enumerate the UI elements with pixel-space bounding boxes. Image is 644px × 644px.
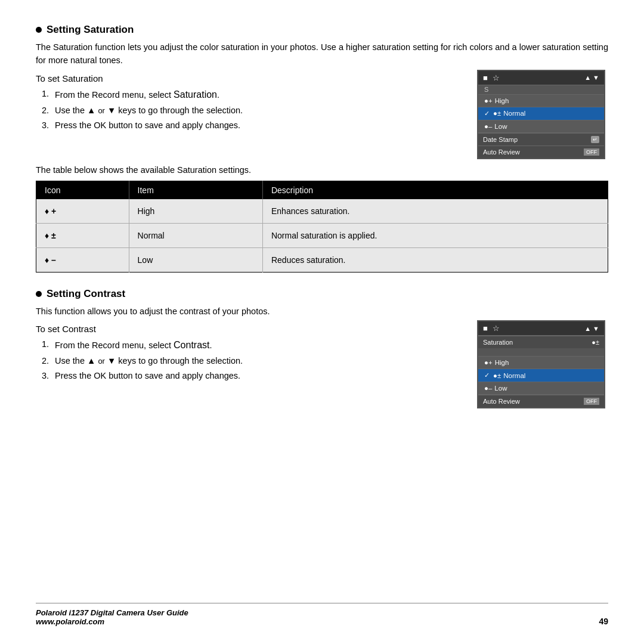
camera-tab-record-2: ■ <box>483 324 488 333</box>
contrast-check-icon: ✓ <box>484 371 490 379</box>
footer-page-number: 49 <box>599 617 608 626</box>
camera-date-stamp-row: Date Stamp ↵ <box>478 133 604 145</box>
col-description-header: Description <box>262 181 608 199</box>
contrast-high-icon: ●+ <box>484 359 493 366</box>
contrast-normal-label: Normal <box>503 372 525 379</box>
camera-row-high: ●+ High <box>478 95 604 107</box>
saturation-content-row: To set Saturation 1. From the Record men… <box>36 70 608 159</box>
high-label: High <box>495 97 509 104</box>
step-num-1: 1. <box>42 87 51 103</box>
camera-topbar: ■ ☆ ▲ ▼ <box>478 71 604 85</box>
heading-saturation-text: Setting Saturation <box>47 24 134 36</box>
saturation-row-value: ●± <box>592 339 599 346</box>
contrast-step-num-3: 3. <box>42 369 51 383</box>
contrast-auto-review-label: Auto Review <box>483 398 520 405</box>
camera-placeholder-rows: S <box>478 85 604 95</box>
contrast-auto-review-badge: OFF <box>584 398 599 405</box>
table-row-low: ♦ – Low Reduces saturation. <box>36 247 608 272</box>
section-heading-saturation: Setting Saturation <box>36 24 608 36</box>
camera-menu-contrast: ●+ High ✓ ●± Normal ●– Low <box>478 357 604 395</box>
contrast-content-row: To set Contrast 1. From the Record menu,… <box>36 320 608 408</box>
camera-row-normal: ✓ ●± Normal <box>478 107 604 120</box>
item-cell-high: High <box>129 199 262 224</box>
camera-screen-saturation: ■ ☆ ▲ ▼ S ●+ High <box>477 70 605 159</box>
footer-url: www.polaroid.com <box>36 617 188 626</box>
contrast-step-2: 2. Use the ▲ or ▼ keys to go through the… <box>42 354 465 368</box>
step-text-3: Press the OK button to save and apply ch… <box>55 119 465 132</box>
step-num-3: 3. <box>42 119 51 132</box>
camera-tab-scene: ☆ <box>493 73 500 82</box>
bullet-icon <box>36 27 42 33</box>
footer-left: Polaroid i1237 Digital Camera User Guide… <box>36 608 188 626</box>
camera-contrast-row-high: ●+ High <box>478 357 604 369</box>
camera-auto-review-row: Auto Review OFF <box>478 145 604 158</box>
contrast-camera-ui: ■ ☆ ▲ ▼ Saturation ●± ●+ <box>477 320 608 408</box>
camera-row-low: ●– Low <box>478 120 604 133</box>
contrast-step-num-2: 2. <box>42 354 51 368</box>
saturation-sub-heading: To set Saturation <box>36 73 465 83</box>
camera-nav-arrows-2: ▲ ▼ <box>584 325 599 332</box>
section-saturation: Setting Saturation The Saturation functi… <box>36 24 608 283</box>
camera-bottom-section: Date Stamp ↵ Auto Review OFF <box>478 133 604 158</box>
auto-review-label: Auto Review <box>483 148 520 156</box>
cam-row-s: S <box>478 85 604 95</box>
bullet-icon-2 <box>36 291 42 297</box>
step-text-2: Use the ▲ or ▼ keys to go through the se… <box>55 104 465 117</box>
contrast-sub-heading: To set Contrast <box>36 324 465 334</box>
table-note-saturation: The table below shows the available Satu… <box>36 165 608 175</box>
contrast-instructions: 1. From the Record menu, select Contrast… <box>42 338 465 383</box>
contrast-high-label: High <box>495 359 509 366</box>
section-heading-contrast: Setting Contrast <box>36 288 608 300</box>
auto-review-badge: OFF <box>584 148 599 156</box>
contrast-normal-icon: ●± <box>493 372 501 379</box>
low-label: Low <box>494 123 507 130</box>
col-item-header: Item <box>129 181 262 199</box>
camera-saturation-toprow: Saturation ●± <box>478 336 604 348</box>
contrast-step-text-1: From the Record menu, select Contrast. <box>55 338 465 353</box>
footer-url-text: www.polaroid.com <box>36 617 104 626</box>
saturation-step-2: 2. Use the ▲ or ▼ keys to go through the… <box>42 104 465 117</box>
saturation-row-label: Saturation <box>483 339 513 346</box>
camera-contrast-bottom: Auto Review OFF <box>478 395 604 407</box>
saturation-instructions: 1. From the Record menu, select Saturati… <box>42 87 465 132</box>
page: Setting Saturation The Saturation functi… <box>0 0 644 644</box>
item-cell-normal: Normal <box>129 223 262 247</box>
camera-contrast-row-low: ●– Low <box>478 382 604 395</box>
table-row-normal: ♦ ± Normal Normal saturation is applied. <box>36 223 608 247</box>
table-row-high: ♦ + High Enhances saturation. <box>36 199 608 224</box>
contrast-step-text-3: Press the OK button to save and apply ch… <box>55 369 465 383</box>
camera-topbar-2: ■ ☆ ▲ ▼ <box>478 321 604 336</box>
contrast-step-num-1: 1. <box>42 338 51 353</box>
camera-screen-contrast: ■ ☆ ▲ ▼ Saturation ●± ●+ <box>477 320 605 408</box>
desc-cell-normal: Normal saturation is applied. <box>262 223 608 247</box>
contrast-low-label: Low <box>494 385 507 392</box>
saturation-intro: The Saturation function lets you adjust … <box>36 41 608 67</box>
icon-cell-low: ♦ – <box>36 247 129 272</box>
low-icon: ●– <box>484 123 492 130</box>
icon-cell-normal: ♦ ± <box>36 223 129 247</box>
contrast-step-3: 3. Press the OK button to save and apply… <box>42 369 465 383</box>
normal-label: Normal <box>503 110 525 117</box>
table-header-row: Icon Item Description <box>36 181 608 199</box>
saturation-left-col: To set Saturation 1. From the Record men… <box>36 70 465 134</box>
contrast-step-1: 1. From the Record menu, select Contrast… <box>42 338 465 353</box>
icon-cell-high: ♦ + <box>36 199 129 224</box>
saturation-step-3: 3. Press the OK button to save and apply… <box>42 119 465 132</box>
footer-title: Polaroid i1237 Digital Camera User Guide <box>36 608 188 617</box>
camera-menu-saturation: ●+ High ✓ ●± Normal ●– Low <box>478 95 604 133</box>
step-text-1: From the Record menu, select Saturation. <box>55 87 465 103</box>
contrast-low-icon: ●– <box>484 385 492 392</box>
item-cell-low: Low <box>129 247 262 272</box>
section-contrast: Setting Contrast This function allows yo… <box>36 288 608 414</box>
contrast-step-text-2: Use the ▲ or ▼ keys to go through the se… <box>55 354 465 368</box>
heading-contrast-text: Setting Contrast <box>47 288 125 300</box>
camera-tabs-2: ■ ☆ <box>483 324 500 333</box>
camera-tabs: ■ ☆ <box>483 73 500 82</box>
camera-tab-record: ■ <box>483 73 488 82</box>
saturation-camera-ui: ■ ☆ ▲ ▼ S ●+ High <box>477 70 608 159</box>
camera-tab-scene-2: ☆ <box>493 324 500 333</box>
saturation-step-1: 1. From the Record menu, select Saturati… <box>42 87 465 103</box>
date-stamp-badge: ↵ <box>591 136 599 143</box>
cam-c-placeholder <box>478 348 604 357</box>
normal-icon: ●± <box>493 110 501 117</box>
